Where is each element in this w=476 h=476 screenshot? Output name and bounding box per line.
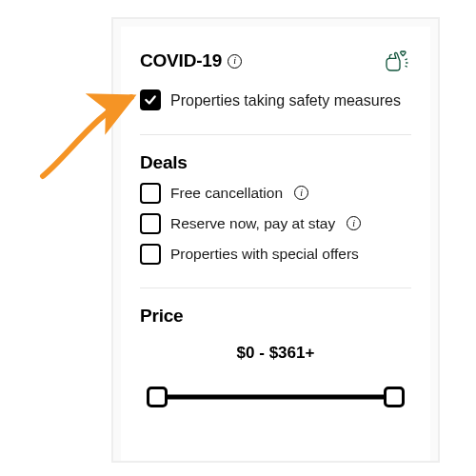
covid-safety-label: Properties taking safety measures bbox=[170, 89, 401, 111]
section-divider bbox=[140, 288, 411, 288]
filter-panel: COVID-19 i Properties taking safety m bbox=[121, 27, 430, 461]
deal-label: Reserve now, pay at stay bbox=[170, 215, 335, 232]
slider-handle-min[interactable] bbox=[147, 387, 168, 407]
covid-title-group: COVID-19 i bbox=[140, 50, 242, 71]
slider-handle-max[interactable] bbox=[384, 387, 405, 407]
slider-track bbox=[157, 394, 394, 399]
covid-header: COVID-19 i bbox=[140, 44, 411, 78]
deal-option-reserve-now[interactable]: Reserve now, pay at stay i bbox=[140, 213, 411, 234]
deal-label: Free cancellation bbox=[170, 185, 283, 202]
deal-checkbox[interactable] bbox=[140, 213, 161, 234]
deal-label: Properties with special offers bbox=[170, 246, 359, 263]
section-divider bbox=[140, 134, 411, 135]
covid-title: COVID-19 bbox=[140, 50, 222, 71]
price-slider[interactable] bbox=[146, 384, 406, 410]
price-range-text: $0 - $361+ bbox=[140, 344, 411, 363]
hands-wash-icon bbox=[381, 44, 411, 78]
deal-checkbox[interactable] bbox=[140, 244, 161, 265]
info-icon[interactable]: i bbox=[347, 216, 361, 230]
deal-checkbox[interactable] bbox=[140, 183, 161, 204]
covid-safety-option[interactable]: Properties taking safety measures bbox=[140, 89, 411, 111]
deals-title: Deals bbox=[140, 152, 411, 173]
info-icon[interactable]: i bbox=[294, 186, 308, 200]
price-title: Price bbox=[140, 306, 411, 327]
deal-option-free-cancellation[interactable]: Free cancellation i bbox=[140, 183, 411, 204]
deal-option-special-offers[interactable]: Properties with special offers bbox=[140, 244, 411, 265]
info-icon[interactable]: i bbox=[228, 54, 242, 69]
filter-panel-frame: COVID-19 i Properties taking safety m bbox=[111, 17, 440, 463]
covid-safety-checkbox[interactable] bbox=[140, 89, 161, 110]
